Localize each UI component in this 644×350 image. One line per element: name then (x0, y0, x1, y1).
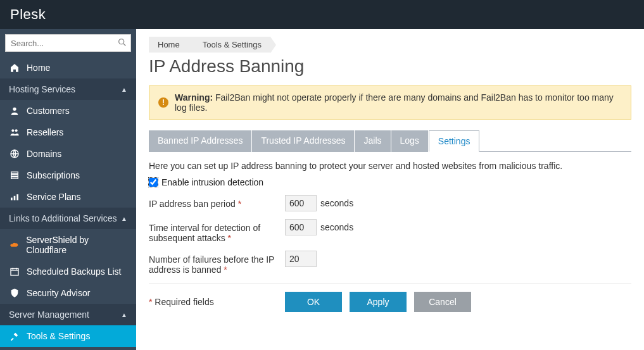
alert-text: Fail2Ban might not operate properly if t… (175, 92, 614, 113)
required-mark: * (224, 265, 227, 275)
chevron-up-icon: ▲ (121, 86, 127, 93)
sidebar-item-tools-settings[interactable]: Tools & Settings (0, 325, 136, 347)
sidebar-item-domains[interactable]: Domains (0, 143, 136, 165)
ban-period-input[interactable] (285, 195, 317, 211)
sidebar-item-service-plans[interactable]: Service Plans (0, 186, 136, 208)
sidebar-item-label: Home (27, 63, 50, 73)
required-mark: * (228, 233, 231, 243)
sidebar-item-label: Resellers (27, 127, 63, 137)
interval-input[interactable] (285, 219, 317, 235)
apply-button[interactable]: Apply (350, 292, 407, 312)
tab-settings[interactable]: Settings (429, 130, 480, 152)
warning-icon: ! (158, 97, 168, 108)
required-mark: * (238, 199, 241, 209)
breadcrumb-tools[interactable]: Tools & Settings (189, 37, 270, 53)
main-content: Home Tools & Settings IP Address Banning… (136, 29, 644, 350)
sidebar-item-resellers[interactable]: Resellers (0, 122, 136, 143)
sidebar-item-security-advisor[interactable]: Security Advisor (0, 282, 136, 304)
tab-jails[interactable]: Jails (355, 130, 391, 152)
svg-rect-11 (16, 194, 18, 200)
page-title: IP Address Banning (149, 56, 631, 77)
globe-icon (9, 149, 20, 159)
sidebar-item-label: ServerShield by Cloudflare (26, 235, 127, 255)
svg-rect-10 (14, 196, 16, 201)
enable-intrusion-label: Enable intrusion detection (161, 177, 263, 187)
sidebar-item-backups[interactable]: Scheduled Backups List (0, 261, 136, 282)
svg-rect-12 (11, 268, 18, 275)
sidebar-item-customers[interactable]: Customers (0, 100, 136, 122)
svg-point-3 (11, 129, 14, 132)
tab-banned-ips[interactable]: Banned IP Addresses (149, 130, 252, 152)
svg-rect-8 (11, 177, 18, 179)
ban-period-label: IP address ban period (149, 199, 238, 209)
interval-unit: seconds (320, 222, 353, 232)
home-icon (9, 63, 20, 73)
sidebar-section-hosting[interactable]: Hosting Services ▲ (0, 78, 136, 100)
cloudflare-icon (9, 240, 20, 250)
bars-icon (9, 192, 20, 202)
svg-line-1 (123, 44, 125, 46)
sidebar-item-label: Tools & Settings (27, 331, 90, 341)
sidebar: Home Hosting Services ▲ Customers Resell… (0, 29, 136, 350)
sidebar-item-label: Subscriptions (27, 170, 80, 180)
svg-point-4 (15, 129, 18, 132)
brand-logo: Plesk (10, 6, 46, 23)
section-label: Hosting Services (9, 84, 75, 94)
search-icon[interactable] (117, 37, 127, 47)
sidebar-item-label: Domains (27, 149, 61, 159)
svg-rect-6 (11, 172, 18, 174)
svg-rect-9 (11, 197, 13, 200)
breadcrumb: Home Tools & Settings (149, 37, 631, 53)
svg-point-0 (119, 39, 124, 44)
sidebar-item-subscriptions[interactable]: Subscriptions (0, 165, 136, 186)
section-label: Links to Additional Services (9, 213, 117, 223)
shield-icon (9, 288, 20, 298)
person-icon (9, 106, 20, 116)
warning-alert: ! Warning: Fail2Ban might not operate pr… (149, 85, 631, 120)
ban-period-unit: seconds (320, 198, 353, 208)
failures-input[interactable] (285, 251, 317, 267)
sidebar-item-home[interactable]: Home (0, 57, 136, 78)
people-icon (9, 127, 20, 137)
sidebar-section-server[interactable]: Server Management ▲ (0, 304, 136, 325)
cancel-button[interactable]: Cancel (414, 292, 471, 312)
failures-label: Number of failures before the IP address… (149, 254, 274, 275)
svg-rect-7 (11, 175, 18, 177)
chevron-up-icon: ▲ (121, 311, 127, 318)
calendar-icon (9, 266, 20, 277)
breadcrumb-home[interactable]: Home (149, 37, 189, 53)
required-footnote: * Required fields (149, 297, 285, 307)
divider (149, 284, 631, 284)
enable-intrusion-checkbox[interactable] (149, 178, 158, 187)
list-icon (9, 170, 20, 180)
search-input[interactable] (5, 34, 131, 52)
tab-trusted-ips[interactable]: Trusted IP Addresses (252, 130, 355, 152)
alert-prefix: Warning: (175, 92, 213, 103)
sidebar-section-links[interactable]: Links to Additional Services ▲ (0, 208, 136, 229)
tools-icon (9, 331, 20, 341)
sidebar-item-label: Customers (27, 106, 70, 116)
app-header: Plesk (0, 0, 644, 29)
interval-label: Time interval for detection of subsequen… (149, 223, 260, 243)
intro-text: Here you can set up IP address banning t… (149, 161, 631, 171)
chevron-up-icon: ▲ (121, 215, 127, 222)
tabs: Banned IP Addresses Trusted IP Addresses… (149, 130, 631, 152)
section-label: Server Management (9, 309, 89, 320)
ok-button[interactable]: OK (285, 292, 342, 312)
sidebar-item-label: Security Advisor (27, 288, 90, 298)
tab-logs[interactable]: Logs (391, 130, 429, 152)
sidebar-item-servershield[interactable]: ServerShield by Cloudflare (0, 229, 136, 261)
svg-point-2 (13, 108, 16, 111)
sidebar-item-label: Scheduled Backups List (27, 266, 121, 277)
sidebar-item-label: Service Plans (27, 192, 81, 202)
